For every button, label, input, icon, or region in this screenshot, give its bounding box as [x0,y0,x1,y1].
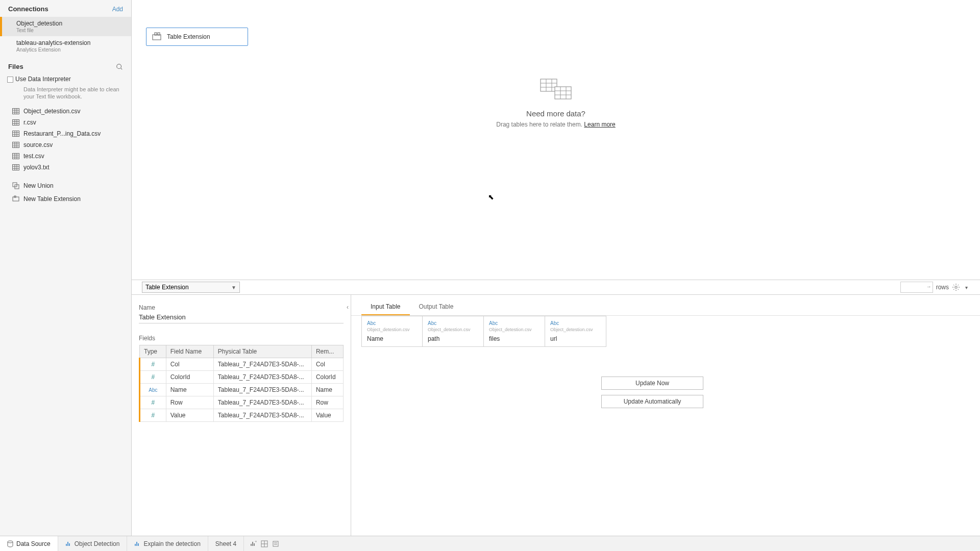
name-label: Name [139,304,344,311]
detail-panel: Name Table Extension Fields Type Field N… [132,295,980,536]
col-type[interactable]: Type [140,345,166,358]
connection-item-object-detestion[interactable]: Object_detestion Text file [0,17,131,36]
add-connection-link[interactable]: Add [112,6,123,13]
svg-rect-7 [13,119,19,125]
table-row[interactable]: #ColorIdTableau_7_F24AD7E3-5DA8-...Color… [140,371,344,384]
new-worksheet-icon[interactable]: + [248,539,258,549]
svg-rect-54 [136,542,137,546]
datasource-select[interactable]: Table Extension ▼ [142,282,240,293]
file-item[interactable]: r.csv [0,117,131,128]
col-remote[interactable]: Rem... [311,345,343,358]
svg-line-1 [121,68,122,69]
connection-item-analytics-extension[interactable]: tableau-analytics-extension Analytics Ex… [0,36,131,56]
collapse-chevron-icon[interactable]: ‹ [344,302,351,312]
gear-icon[interactable] [952,283,960,291]
svg-rect-22 [13,153,19,159]
table-icon [12,108,19,114]
sidebar: Connections Add Object_detestion Text fi… [0,0,132,536]
svg-rect-53 [66,544,67,546]
svg-text:+: + [255,540,257,544]
file-item[interactable]: Restaurant_P...ing_Data.csv [0,128,131,139]
sheet-tabs-strip: Data Source Object Detection Explain the… [0,536,980,551]
svg-rect-51 [67,542,68,546]
svg-rect-12 [13,131,19,136]
io-column[interactable]: AbcObject_detestion.csvurl [545,316,606,347]
data-interpreter-note: Data Interpreter might be able to clean … [0,86,131,106]
canvas-empty-state: Need more data? Drag tables here to rela… [132,77,980,128]
worksheet-icon [134,541,140,547]
table-icon [12,142,19,148]
svg-rect-55 [138,543,139,546]
new-dashboard-icon[interactable] [259,539,270,549]
name-value[interactable]: Table Extension [139,313,344,323]
svg-rect-27 [13,164,19,170]
new-table-extension-action[interactable]: New Table Extension [0,192,131,206]
main-area: Table Extension Need more data? Drag tab… [132,0,980,536]
tab-sheet[interactable]: Sheet 4 [208,536,244,551]
tab-output-table[interactable]: Output Table [410,300,463,315]
data-interpreter-checkbox[interactable]: Use Data Interpreter [0,73,131,86]
update-now-button[interactable]: Update Now [601,377,703,390]
table-row[interactable]: AbcNameTableau_7_F24AD7E3-5DA8-...Name [140,384,344,396]
svg-rect-64 [273,541,278,546]
file-item[interactable]: test.csv [0,151,131,162]
svg-rect-44 [555,87,571,99]
svg-point-49 [955,286,957,288]
tab-data-source[interactable]: Data Source [0,536,58,551]
fields-table: Type Field Name Physical Table Rem... #C… [139,345,344,422]
io-column[interactable]: AbcObject_detestion.csvName [361,316,423,347]
svg-rect-39 [541,79,557,91]
input-columns: AbcObject_detestion.csvName AbcObject_de… [351,316,980,347]
search-icon[interactable] [116,63,123,70]
col-field[interactable]: Field Name [166,345,213,358]
connection-type: Text file [16,28,126,33]
io-panel: ‹ Input Table Output Table AbcObject_det… [351,295,980,536]
chevron-down-icon[interactable]: ▾ [963,285,970,290]
file-item[interactable]: Object_detestion.csv [0,106,131,117]
file-item[interactable]: source.csv [0,139,131,151]
pill-label: Table Extension [167,33,210,40]
table-icon [12,119,19,126]
update-automatically-button[interactable]: Update Automatically [601,395,703,408]
chevron-down-icon: ▼ [231,285,236,290]
new-union-action[interactable]: New Union [0,179,131,192]
checkbox-icon [7,77,13,83]
svg-point-0 [117,64,121,68]
fields-panel: Name Table Extension Fields Type Field N… [132,295,351,536]
table-icon [12,153,19,159]
extension-icon [12,195,19,203]
table-row[interactable]: #ColTableau_7_F24AD7E3-5DA8-...Col [140,358,344,371]
tab-sheet[interactable]: Object Detection [58,536,128,551]
tab-input-table[interactable]: Input Table [361,300,410,315]
table-row[interactable]: #ValueTableau_7_F24AD7E3-5DA8-...Value [140,409,344,422]
rows-input[interactable]: → [900,282,933,293]
table-extension-pill[interactable]: Table Extension [146,28,248,46]
tab-sheet[interactable]: Explain the detection [127,536,208,551]
table-icon [12,131,19,137]
files-title: Files [8,63,23,70]
fields-label: Fields [139,335,344,342]
table-row[interactable]: #RowTableau_7_F24AD7E3-5DA8-...Row [140,396,344,409]
extension-icon [152,32,162,42]
svg-rect-17 [13,142,19,147]
file-item[interactable]: yolov3.txt [0,162,131,173]
tables-illustration-icon [535,77,576,102]
svg-rect-57 [252,542,253,546]
new-story-icon[interactable] [271,539,281,549]
svg-rect-59 [251,544,252,546]
learn-more-link[interactable]: Learn more [584,121,615,128]
empty-text: Drag tables here to relate them. [496,121,584,128]
io-column[interactable]: AbcObject_detestion.csvpath [423,316,484,347]
connections-title: Connections [8,5,48,13]
col-table[interactable]: Physical Table [213,345,311,358]
table-icon [12,164,19,170]
datasource-icon [7,540,13,547]
union-icon [12,182,19,189]
svg-rect-2 [13,108,19,114]
connection-name: Object_detestion [16,20,126,27]
io-column[interactable]: AbcObject_detestion.csvfiles [484,316,545,347]
svg-rect-52 [69,543,70,546]
connection-name: tableau-analytics-extension [16,39,126,46]
arrow-right-icon: → [926,284,932,289]
worksheet-icon [65,541,71,547]
